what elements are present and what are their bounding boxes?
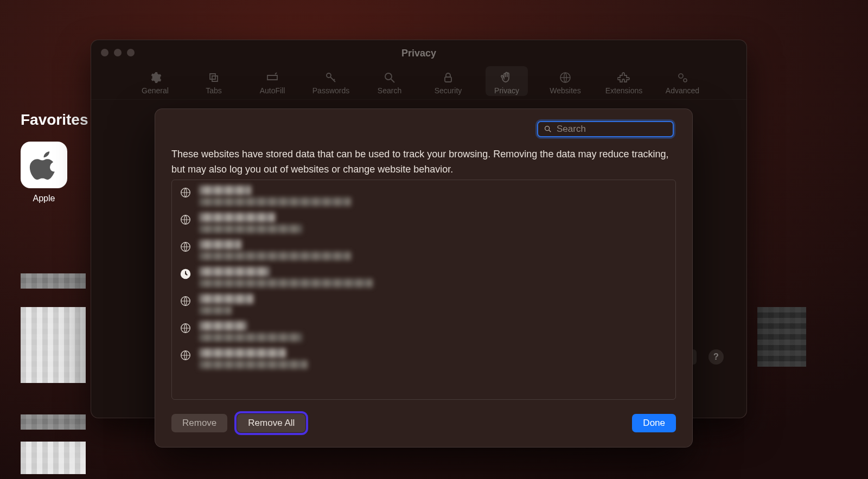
globe-icon (180, 187, 192, 199)
favorite-tile-icon (21, 142, 67, 188)
remove-all-button[interactable]: Remove All (237, 414, 305, 432)
website-data-sheet: These websites have stored data that can… (155, 108, 693, 448)
apple-logo-icon (29, 150, 59, 180)
obscured-site-name (199, 213, 275, 222)
obscured-content (21, 442, 86, 474)
obscured-site-detail (199, 279, 373, 288)
favorite-tile-label: Apple (21, 194, 67, 203)
remove-button[interactable]: Remove (171, 414, 227, 432)
obscured-content (21, 414, 86, 430)
sheet-description: These websites have stored data that can… (171, 147, 676, 177)
obscured-site-detail (199, 360, 308, 369)
website-data-row[interactable] (172, 265, 675, 292)
obscured-content (21, 307, 86, 383)
done-button[interactable]: Done (632, 414, 676, 432)
obscured-site-detail (199, 225, 302, 233)
website-data-row[interactable] (172, 319, 675, 346)
website-data-row[interactable] (172, 183, 675, 210)
search-input[interactable] (557, 124, 672, 135)
obscured-content (757, 307, 806, 367)
search-icon (544, 125, 552, 133)
website-data-row[interactable] (172, 292, 675, 319)
obscured-site-name (199, 294, 253, 304)
website-data-row[interactable] (172, 346, 675, 373)
obscured-site-detail (199, 197, 351, 206)
obscured-site-name (199, 186, 251, 195)
website-data-row[interactable] (172, 210, 675, 238)
globe-icon (180, 214, 192, 226)
clock-icon (180, 268, 192, 280)
obscured-site-name (199, 321, 247, 331)
globe-icon (180, 349, 192, 361)
sheet-button-row: Remove Remove All Done (171, 412, 676, 434)
globe-icon (180, 241, 192, 253)
obscured-site-name (199, 348, 286, 358)
obscured-site-detail (199, 252, 351, 260)
website-data-list[interactable] (171, 180, 676, 400)
globe-icon (180, 322, 192, 334)
svg-point-6 (545, 126, 550, 131)
obscured-site-name (199, 267, 270, 277)
favorite-tile-apple[interactable]: Apple (21, 142, 67, 203)
obscured-site-name (199, 240, 241, 250)
obscured-site-detail (199, 306, 232, 315)
search-field-wrap[interactable] (537, 121, 674, 137)
website-data-row[interactable] (172, 238, 675, 265)
globe-icon (180, 295, 192, 307)
obscured-content (21, 273, 86, 289)
obscured-site-detail (199, 333, 302, 342)
